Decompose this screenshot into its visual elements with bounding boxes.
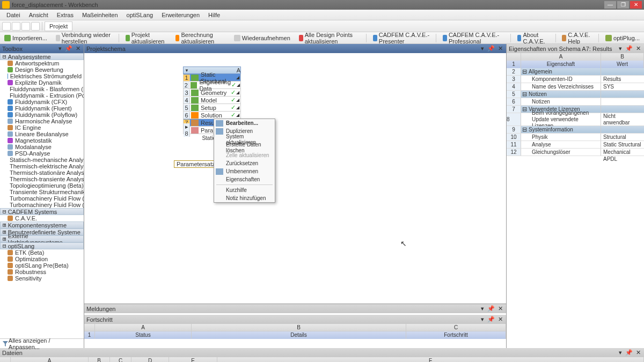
context-menu-item[interactable]: Erstellte Daten löschen	[214, 143, 275, 151]
toolbox-item[interactable]: PSD-Analyse	[0, 150, 84, 157]
pin2-icon[interactable]: 📌	[486, 305, 496, 312]
toolbox-item[interactable]: Thermisch-stationäre Analyse	[0, 169, 84, 176]
save-icon[interactable]	[21, 22, 30, 31]
cat-komponenten[interactable]: ⊞Komponentensysteme	[0, 221, 84, 228]
menu-optislang[interactable]: optiSLang	[122, 12, 158, 18]
pin2-icon[interactable]: 📌	[486, 316, 496, 323]
menu-datei[interactable]: Datei	[2, 12, 25, 18]
pin2-icon[interactable]: 📌	[624, 349, 634, 356]
toolbox-item[interactable]: IC Engine	[0, 124, 84, 131]
cat-optislang[interactable]: ⊟optiSLang	[0, 242, 84, 249]
context-menu-item[interactable]: Umbenennen	[214, 167, 275, 175]
pin2-icon[interactable]: 📌	[64, 45, 74, 52]
toolbox-item[interactable]: Fluiddynamik (CFX)	[0, 99, 84, 105]
close-button[interactable]: ✕	[630, 1, 642, 9]
cave-help-button[interactable]: C.A.V.E. Help	[560, 32, 594, 45]
prop-row[interactable]: 4Name des VerzeichnissesSYS	[507, 83, 644, 91]
new-icon[interactable]	[2, 22, 11, 31]
menu-ext[interactable]: Erweiterungen	[157, 12, 204, 18]
system-row[interactable]: 3Geometry✓◢	[183, 89, 241, 97]
toolbox-item[interactable]: ETK (Beta)	[0, 249, 84, 256]
toolbox-item[interactable]: Design Bewertung	[0, 67, 84, 73]
toolbox-item[interactable]: Transiente Strukturmechanik	[0, 189, 84, 195]
pin2-icon[interactable]: 📌	[486, 45, 496, 52]
close-icon[interactable]: ✕	[497, 45, 504, 52]
close-icon[interactable]: ✕	[497, 316, 504, 323]
system-row[interactable]: 2Engineering Data✓◢	[183, 82, 241, 89]
toolbox-item[interactable]: Modalanalyse	[0, 144, 84, 150]
close-icon[interactable]: ✕	[75, 45, 82, 52]
prop-row[interactable]: 3Komponenten-IDResults	[507, 76, 644, 83]
pin-icon[interactable]: ▾	[480, 316, 485, 323]
toolbox-item[interactable]: Explizite Dynamik	[0, 79, 84, 86]
prop-row[interactable]: 12GleichungslöserMechanical APDL	[507, 149, 644, 156]
system-row[interactable]: 5Setup✓◢	[183, 104, 241, 112]
toolbox-item[interactable]: Robustness	[0, 269, 84, 275]
system-row[interactable]: 6Solution✓◢	[183, 112, 241, 119]
schema-canvas[interactable]: ▼A 1Static Structural◢2Engineering Data✓…	[84, 53, 506, 304]
prop-row[interactable]: 6Notizen	[507, 98, 644, 106]
toolbox-item[interactable]: Topologieoptimierung (Beta)	[0, 182, 84, 189]
open-icon[interactable]	[12, 22, 20, 31]
context-menu-item[interactable]: Bearbeiten...	[214, 119, 275, 127]
toolbox-item[interactable]: Elektrisches Strömungsfeld	[0, 73, 84, 79]
toolbox-item[interactable]: Fluiddynamik - Extrusion (Polyflow)	[0, 92, 84, 99]
context-menu-item[interactable]: Kurzhilfe	[214, 186, 275, 194]
toolbox-item[interactable]: Turbomachinery Fluid Flow (BladeEditor) …	[0, 195, 84, 202]
import-button[interactable]: Importieren...	[2, 35, 49, 41]
toolbox-item[interactable]: Turbomachinery Fluid Flow (BladeGen) (Be	[0, 202, 84, 208]
menu-extras[interactable]: Extras	[53, 12, 78, 18]
toolbox-item[interactable]: Fluiddynamik (Polyflow)	[0, 112, 84, 118]
prop-group[interactable]: 9⊟Systeminformation	[507, 126, 644, 134]
toolbox-item[interactable]: Harmonische Analyse	[0, 118, 84, 124]
toolbox-item[interactable]: C.A.V.E.	[0, 215, 84, 221]
maximize-button[interactable]: ❐	[617, 1, 629, 9]
prop-row[interactable]: 11AnalyseStatic Structural	[507, 141, 644, 149]
about-cave-button[interactable]: About C.A.V.E.	[515, 32, 551, 45]
dp-update-button[interactable]: Alle Design Points aktualisieren	[297, 32, 362, 45]
system-row[interactable]: 4Model✓◢	[183, 97, 241, 104]
cave-presenter-button[interactable]: CADFEM C.A.V.E.-Presenter	[371, 32, 431, 45]
pin2-icon[interactable]: 📌	[624, 45, 634, 52]
menu-ansicht[interactable]: Ansicht	[25, 12, 53, 18]
context-menu-item[interactable]: Zurücksetzen	[214, 159, 275, 167]
close-icon[interactable]: ✕	[497, 305, 504, 312]
toolbox-item[interactable]: Lineare Beulanalyse	[0, 131, 84, 137]
toolbox-item[interactable]: Thermisch-elektrische Analyse	[0, 163, 84, 169]
toolbox-footer[interactable]: Alles anzeigen / Anpassen...	[0, 338, 84, 348]
pin-icon[interactable]: ▾	[618, 349, 623, 356]
context-menu-item[interactable]: Eigenschaften	[214, 175, 275, 183]
prop-row[interactable]: 8Beim vorangegangenen Update verwendete …	[507, 113, 644, 126]
parametersatz[interactable]: Parametersatz	[174, 160, 215, 168]
filter-icon[interactable]	[2, 341, 9, 347]
toolbox-item[interactable]: Magnetostatik	[0, 137, 84, 144]
menu-hilfe[interactable]: Hilfe	[204, 12, 224, 18]
pin-icon[interactable]: ▾	[480, 45, 485, 52]
cat-cadfem[interactable]: ⊟CADFEM Systems	[0, 208, 84, 215]
project-update-button[interactable]: Projekt aktualisieren	[123, 32, 169, 45]
prop-group[interactable]: 2⊟Allgemein	[507, 68, 644, 76]
calc-update-button[interactable]: Berechnung aktualisieren	[173, 32, 228, 45]
context-menu-item[interactable]: Notiz hinzufügen	[214, 194, 275, 202]
minimize-button[interactable]: —	[604, 1, 616, 9]
toolbox-item[interactable]: Thermisch-transiente Analyse	[0, 176, 84, 182]
cat-analysesysteme[interactable]: ⊟Analysesysteme	[0, 53, 84, 60]
pin-icon[interactable]: ▾	[480, 305, 485, 312]
toolbox-item[interactable]: Fluiddynamik - Blasformen (Polyflow)	[0, 86, 84, 92]
toolbox-item[interactable]: Sensitivity	[0, 275, 84, 282]
cave-prof-button[interactable]: CADFEM C.A.V.E.-Professional	[441, 32, 506, 45]
cat-externe[interactable]: ⊞Externe Verbindungssysteme	[0, 235, 84, 242]
pin-icon[interactable]: ▾	[57, 45, 63, 52]
optiplug-button[interactable]: optiPlug...	[603, 35, 642, 41]
toolbox-item[interactable]: Statisch-mechanische Analyse	[0, 157, 84, 163]
toolbox-item[interactable]: Fluiddynamik (Fluent)	[0, 105, 84, 112]
prop-row[interactable]: 10PhysikStructural	[507, 134, 644, 141]
menu-units[interactable]: Maßeinheiten	[78, 12, 122, 18]
pin-icon[interactable]: ▾	[618, 45, 623, 52]
close-icon[interactable]: ✕	[635, 45, 642, 52]
toolbox-item[interactable]: Optimization	[0, 256, 84, 262]
toolbox-item[interactable]: optiSLang Pre(Beta)	[0, 262, 84, 269]
close-icon[interactable]: ✕	[635, 349, 642, 356]
toolbox-item[interactable]: Antwortspektrum	[0, 60, 84, 67]
project-button[interactable]: Projekt	[45, 21, 72, 31]
